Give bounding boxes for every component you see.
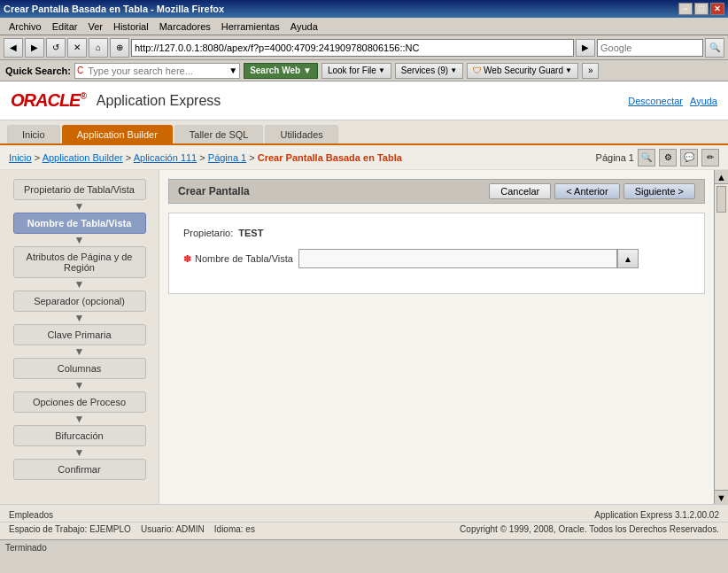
step-separador[interactable]: Separador (opcional) — [13, 290, 146, 312]
page-icon-edit[interactable]: ✏ — [701, 149, 719, 166]
tab-application-builder[interactable]: Application Builder — [62, 125, 173, 143]
panel-actions: Cancelar < Anterior Siguiente > — [489, 183, 695, 199]
menu-ayuda[interactable]: Ayuda — [285, 19, 323, 34]
search-go-button[interactable]: 🔍 — [705, 38, 724, 58]
browser-search-input[interactable] — [597, 39, 703, 57]
scroll-down-button[interactable]: ▼ — [715, 490, 728, 504]
step-atributos[interactable]: Atributos de Página y de Región — [13, 246, 146, 278]
scroll-up-button[interactable]: ▲ — [715, 170, 728, 184]
panel-title: Crear Pantalla — [178, 185, 250, 197]
step-confirmar[interactable]: Confirmar — [13, 459, 146, 480]
minimize-button[interactable]: − — [678, 3, 693, 15]
step-arrow-5: ▼ — [74, 346, 85, 357]
desconectar-link[interactable]: Desconectar — [628, 96, 683, 106]
footer-copyright: Copyright © 1999, 2008, Oracle. Todos lo… — [460, 524, 719, 534]
footer: Empleados Application Express 3.1.2.00.0… — [0, 504, 728, 539]
footer-app-version: Application Express 3.1.2.00.02 — [594, 510, 719, 520]
page-icon-search[interactable]: 🔍 — [638, 149, 655, 166]
breadcrumb-current: Crear Pantalla Basada en Tabla — [258, 152, 402, 163]
services-button[interactable]: Services (9)▼ — [395, 63, 463, 79]
look-for-file-button[interactable]: Look for File▼ — [321, 63, 391, 79]
menu-ver[interactable]: Ver — [82, 19, 108, 34]
search-web-button[interactable]: Search Web ▼ — [244, 63, 318, 79]
quick-search-input[interactable] — [85, 64, 227, 78]
footer-bottom: Espacio de Trabajo: EJEMPLO Usuario: ADM… — [0, 522, 728, 536]
content-wrapper: Crear Pantalla Cancelar < Anterior Sigui… — [159, 170, 728, 504]
next-button[interactable]: Siguiente > — [623, 183, 695, 199]
step-propietario[interactable]: Propietario de Tabla/Vista — [13, 179, 146, 200]
prev-button[interactable]: < Anterior — [554, 183, 619, 199]
go-button[interactable]: ▶ — [576, 39, 595, 57]
menu-herramientas[interactable]: Herramientas — [216, 19, 285, 34]
tab-taller-sql[interactable]: Taller de SQL — [174, 125, 264, 143]
title-bar: Crear Pantalla Basada en Tabla - Mozilla… — [0, 0, 728, 18]
breadcrumb-pagina[interactable]: Página 1 — [208, 152, 246, 163]
step-arrow-8: ▼ — [74, 447, 85, 458]
ayuda-link[interactable]: Ayuda — [690, 96, 717, 106]
breadcrumb-aplicacion[interactable]: Aplicación 111 — [134, 152, 197, 163]
tab-utilidades[interactable]: Utilidades — [265, 125, 337, 143]
step-opciones-proceso[interactable]: Opciones de Proceso — [13, 391, 146, 413]
tabla-input[interactable] — [298, 249, 617, 268]
page-icon-settings[interactable]: ⚙ — [659, 149, 677, 166]
oracle-brand: ORACLE® — [11, 90, 86, 111]
steps-sidebar: Propietario de Tabla/Vista ▼ Nombre de T… — [0, 170, 159, 504]
footer-workspace-info: Espacio de Trabajo: EJEMPLO Usuario: ADM… — [9, 524, 255, 534]
breadcrumb-inicio[interactable]: Inicio — [9, 152, 32, 163]
quick-search-icon[interactable]: C — [75, 66, 85, 75]
forward-button[interactable]: ▶ — [25, 38, 44, 58]
propietario-row: Propietario: TEST — [183, 228, 690, 238]
required-indicator: ✽ — [183, 253, 191, 265]
toolbar-expand-button[interactable]: » — [582, 63, 600, 79]
quick-bar: Quick Search: C ▼ Search Web ▼ Look for … — [0, 60, 728, 81]
add-tab-button[interactable]: ⊕ — [110, 38, 129, 58]
oracle-logo: ORACLE® Application Express — [11, 90, 221, 111]
footer-workspace-label: Empleados — [9, 510, 53, 520]
browse-button[interactable]: ▲ — [617, 249, 639, 268]
apex-brand: Application Express — [97, 93, 221, 109]
back-button[interactable]: ◀ — [4, 38, 23, 58]
step-clave-primaria[interactable]: Clave Primaria — [13, 324, 146, 345]
breadcrumb: Inicio > Application Builder > Aplicació… — [9, 152, 402, 163]
menu-archivo[interactable]: Archivo — [4, 19, 47, 34]
menu-historial[interactable]: Historial — [108, 19, 154, 34]
menu-editar[interactable]: Editar — [47, 19, 83, 34]
menu-marcadores[interactable]: Marcadores — [154, 19, 216, 34]
stop-button[interactable]: ✕ — [67, 38, 87, 58]
tab-bar: Inicio Application Builder Taller de SQL… — [0, 120, 728, 145]
page-number-label: Página 1 — [596, 152, 634, 163]
address-bar[interactable] — [131, 39, 574, 57]
step-nombre-tabla[interactable]: Nombre de Tabla/Vista — [13, 213, 146, 234]
tab-inicio[interactable]: Inicio — [7, 125, 60, 143]
propietario-label: Propietario: — [183, 228, 233, 238]
step-arrow-1: ▼ — [74, 201, 85, 212]
step-columnas[interactable]: Columnas — [13, 358, 146, 379]
page-info: Página 1 🔍 ⚙ 💬 ✏ — [596, 149, 719, 166]
step-arrow-3: ▼ — [74, 279, 85, 290]
tabla-label: Nombre de Tabla/Vista — [195, 253, 293, 264]
nav-bar: ◀ ▶ ↺ ✕ ⌂ ⊕ ▶ 🔍 — [0, 35, 728, 60]
menu-bar: Archivo Editar Ver Historial Marcadores … — [0, 18, 728, 35]
page-icon-comment[interactable]: 💬 — [680, 149, 698, 166]
step-arrow-4: ▼ — [74, 313, 85, 323]
reload-button[interactable]: ↺ — [46, 38, 66, 58]
breadcrumb-app-builder[interactable]: Application Builder — [43, 152, 123, 163]
step-arrow-2: ▼ — [74, 235, 85, 245]
main-content: Propietario de Tabla/Vista ▼ Nombre de T… — [0, 170, 728, 504]
cancel-button[interactable]: Cancelar — [489, 183, 551, 199]
close-button[interactable]: ✕ — [710, 3, 724, 15]
breadcrumb-bar: Inicio > Application Builder > Aplicació… — [0, 145, 728, 170]
header-links: Desconectar Ayuda — [628, 96, 717, 106]
home-button[interactable]: ⌂ — [89, 38, 108, 58]
scroll-track-area — [715, 184, 728, 490]
step-bifurcacion[interactable]: Bifurcación — [13, 425, 146, 446]
step-arrow-6: ▼ — [74, 380, 85, 391]
quick-dropdown-arrow[interactable]: ▼ — [227, 66, 239, 75]
tabla-row: ✽ Nombre de Tabla/Vista ▲ — [183, 249, 690, 268]
scroll-thumb[interactable] — [716, 186, 726, 213]
maximize-button[interactable]: □ — [694, 3, 709, 15]
window-controls: − □ ✕ — [678, 3, 724, 15]
scrollbar[interactable]: ▲ ▼ — [714, 170, 728, 504]
web-security-button[interactable]: 🛡 Web Security Guard▼ — [467, 63, 578, 79]
form-area: Propietario: TEST ✽ Nombre de Tabla/Vist… — [168, 213, 705, 294]
